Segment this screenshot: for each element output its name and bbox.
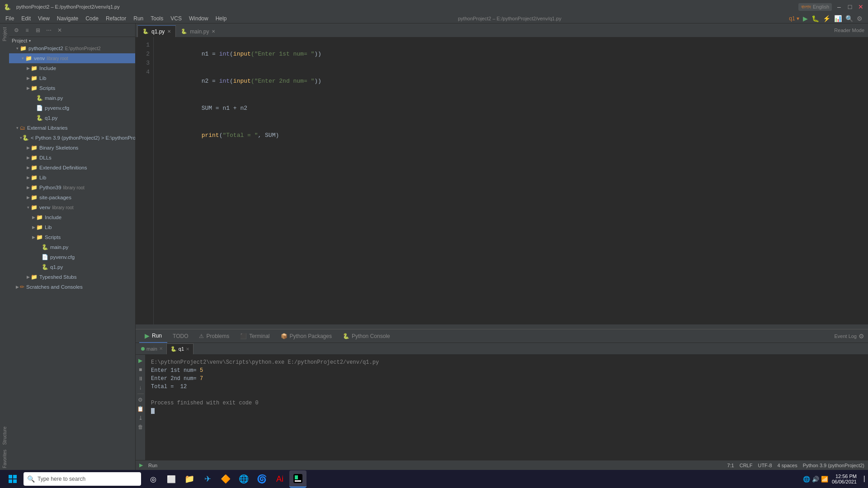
tree-item-extended-defs[interactable]: ▶ 📁 Extended Definitions [9,163,135,173]
settings-button[interactable]: ⚙ [857,15,863,22]
run-icon[interactable]: ▶ [139,462,143,468]
profile-button[interactable]: 📊 [834,15,842,22]
taskbar-ai[interactable]: Ai [271,470,288,488]
menu-help[interactable]: Help [212,14,231,23]
interpreter[interactable]: Python 3.9 (pythonProject2) [803,463,864,468]
tree-item-external-libs[interactable]: ▾ 🗂 External Libraries [9,123,135,133]
run-sub-tab-main-close[interactable]: ✕ [159,346,163,351]
volume-icon[interactable]: 🔊 [812,476,819,483]
taskbar-edge[interactable]: 🌀 [253,470,270,488]
tab-problems[interactable]: ⚠ Problems [193,329,235,343]
tab-terminal[interactable]: ⬛ Terminal [235,329,275,343]
menu-code[interactable]: Code [82,14,102,23]
tree-item-include2[interactable]: ▶ 📁 Include [9,212,135,222]
rerun-button[interactable]: ▶ [137,357,145,365]
taskbar-telegram[interactable]: ✈ [199,470,216,488]
menu-window[interactable]: Window [185,14,212,23]
run-sub-tab-main[interactable]: main ✕ [137,343,166,354]
tree-item-pyvenv-cfg-2[interactable]: 📄 pyvenv.cfg [9,252,135,262]
debug-button[interactable]: 🐛 [811,15,819,22]
clear-btn[interactable]: 🗑 [137,423,145,431]
tab-q1-py[interactable]: 🐍 q1.py ✕ [137,25,176,37]
toolbar-split-btn[interactable]: ⊞ [33,26,42,35]
taskbar-pycharm[interactable] [289,470,307,488]
toolbar-hide-btn[interactable]: ✕ [55,26,64,35]
favorites-sidebar-label[interactable]: Favorites [2,448,7,470]
tab-q1-close[interactable]: ✕ [167,29,171,34]
run-button[interactable]: ▶ [803,15,808,22]
tree-item-lib2[interactable]: ▶ 📁 Lib [9,173,135,183]
tree-item-main-py-2[interactable]: 🐍 main.py [9,242,135,252]
menu-refactor[interactable]: Refactor [102,14,130,23]
tree-item-dlls[interactable]: ▶ 📁 DLLs [9,153,135,163]
tree-item-scratches[interactable]: ▶ ✏ Scratches and Consoles [9,282,135,292]
event-log-label[interactable]: Event Log [834,333,857,339]
pause-button[interactable]: ⏸ [137,375,145,383]
indent[interactable]: 4 spaces [778,463,797,468]
taskbar-app4[interactable]: 🔶 [217,470,234,488]
tree-item-q1-py-1[interactable]: 🐍 q1.py [9,113,135,123]
taskbar-cortana[interactable]: ◎ [145,470,162,488]
menu-run[interactable]: Run [130,14,147,23]
tree-item-q1-py-2[interactable]: 🐍 q1.py [9,262,135,272]
search-everywhere-button[interactable]: 🔍 [845,15,853,22]
tab-python-packages[interactable]: 📦 Python Packages [275,329,337,343]
tree-item-python39[interactable]: ▾ 🐍 < Python 3.9 (pythonProject2) > E:\p… [9,133,135,143]
coverage-button[interactable]: ⚡ [823,15,830,22]
network-icon[interactable]: 📶 [821,476,828,483]
project-sidebar-label[interactable]: Project [2,25,7,43]
toolbar-gear-btn[interactable]: ⋯ [44,26,53,35]
show-desktop-button[interactable]: ▕ [860,476,864,482]
language-icon[interactable]: 🌐 [803,476,810,483]
close-button[interactable]: ✕ [857,3,864,10]
project-selector[interactable]: Project ▾ [12,38,132,43]
run-sub-tab-q1-close[interactable]: ✕ [186,347,189,352]
taskbar-clock[interactable]: 12:56 PM 06/06/2021 [832,474,857,484]
taskbar-ie[interactable]: 🌐 [235,470,252,488]
menu-edit[interactable]: Edit [18,14,34,23]
tree-item-binary-skeletons[interactable]: ▶ 📁 Binary Skeletons [9,143,135,153]
tree-item-venv2[interactable]: ▾ 📁 venv library root [9,202,135,212]
tree-item-pyvenv-cfg-1[interactable]: 📄 pyvenv.cfg [9,103,135,113]
tab-python-console[interactable]: 🐍 Python Console [337,329,396,343]
menu-tools[interactable]: Tools [147,14,167,23]
tree-item-python39-lib[interactable]: ▶ 📁 Python39 library root [9,183,135,192]
minimize-button[interactable]: – [835,3,843,10]
tree-item-lib3[interactable]: ▶ 📁 Lib [9,222,135,232]
maximize-button[interactable]: □ [846,3,854,10]
line-separator[interactable]: CRLF [740,463,753,468]
charset[interactable]: UTF-8 [758,463,772,468]
menu-view[interactable]: View [34,14,53,23]
tree-item-site-packages[interactable]: ▶ 📁 site-packages [9,192,135,202]
structure-sidebar-label[interactable]: Structure [2,425,7,447]
tree-item-typeshed[interactable]: ▶ 📁 Typeshed Stubs [9,272,135,282]
tree-item-main-py-1[interactable]: 🐍 main.py [9,93,135,103]
tree-item-scripts2[interactable]: ▶ 📁 Scripts [9,232,135,242]
menu-navigate[interactable]: Navigate [53,14,82,23]
scroll-btn[interactable]: ⤓ [137,414,145,422]
menu-vcs[interactable]: VCS [167,14,185,23]
panel-settings-icon[interactable]: ⚙ [859,333,864,340]
editor-scrollbar[interactable] [136,324,868,329]
tab-run[interactable]: ▶ Run [139,329,167,343]
toolbar-settings-btn[interactable]: ⚙ [12,26,21,35]
start-button[interactable] [4,470,22,488]
tab-main-py[interactable]: 🐍 main.py ✕ [176,25,220,37]
reader-mode-label[interactable]: Reader Mode [834,28,864,33]
menu-file[interactable]: File [2,14,18,23]
tree-item-pythonproject2[interactable]: ▾ 📁 pythonProject2 E:\pythonProject2 [9,43,135,53]
toolbar-collapse-btn[interactable]: ≡ [23,26,32,35]
lang-selector[interactable]: বাংলাদ English [798,3,832,11]
tree-item-include[interactable]: ▶ 📁 Include [9,63,135,73]
tree-item-scripts1[interactable]: ▶ 📁 Scripts [9,83,135,93]
jump-button[interactable]: ↓ [137,384,145,392]
taskbar-taskview[interactable]: ⬜ [163,470,180,488]
run-sub-tab-q1[interactable]: 🐍 q1 ✕ [166,343,193,354]
stop-button[interactable]: ■ [137,366,145,374]
settings-run-btn[interactable]: ⚙ [137,396,145,404]
tab-main-close[interactable]: ✕ [212,29,215,34]
taskbar-search-box[interactable]: 🔍 Type here to search [24,472,141,486]
tree-item-lib1[interactable]: ▶ 📁 Lib [9,73,135,83]
tab-todo[interactable]: TODO [167,329,193,343]
tree-item-venv-root[interactable]: ▾ 📁 venv library root [9,53,135,63]
